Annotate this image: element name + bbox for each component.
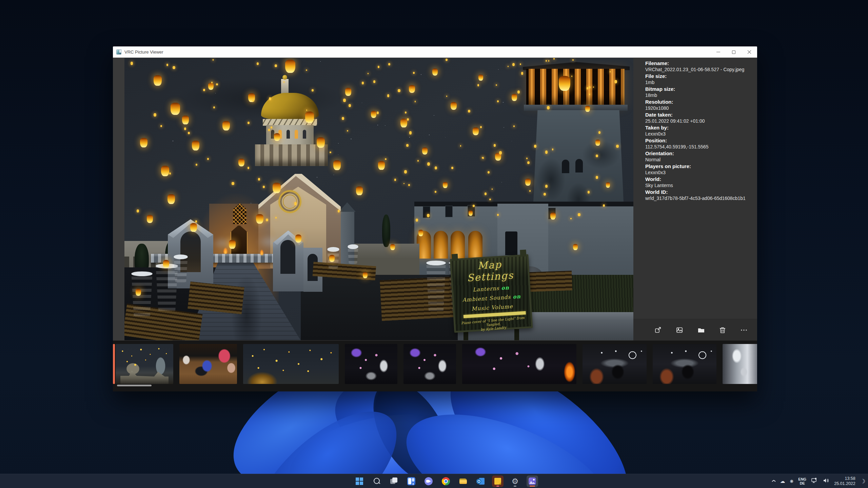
thumbnail[interactable] [462,344,576,384]
sky-lantern [469,210,473,216]
thumbnail[interactable] [345,344,397,384]
sky-lantern-small [403,183,405,184]
sky-lantern-small [427,214,430,217]
thumbnail[interactable] [116,344,173,384]
sky-lantern-small [409,131,412,134]
selected-thumbnail-indicator [113,344,115,384]
sky-lantern [229,240,236,249]
sky-lantern [378,161,385,170]
field-label: Position: [645,137,753,144]
sky-lantern-small [513,125,515,127]
sky-lantern [190,223,197,232]
thumbnail[interactable] [243,344,339,384]
thumbnail[interactable] [723,344,757,384]
taskbar-file-explorer[interactable] [457,475,469,487]
sky-lantern [285,60,295,73]
network-icon[interactable] [811,477,818,485]
window-title: VRC Picture Viewer [124,49,163,55]
volume-icon[interactable] [823,477,829,485]
sky-lantern-small [570,218,571,219]
taskbar-chrome[interactable] [440,475,452,487]
sky-lantern-small [263,186,264,188]
sky-lantern-small [248,167,250,169]
sky-lantern-small [169,172,171,175]
sky-lantern-small [494,144,496,146]
onedrive-cloud-icon[interactable]: ☁ [780,478,785,484]
sky-lantern-small [269,97,271,100]
metadata-panel: Filename: VRChat_2022.01.23_01-06-58.527… [633,58,757,341]
sky-lantern-small [343,99,346,102]
sky-lantern [305,111,314,123]
sparkle-icon[interactable]: ❋ [790,479,793,484]
taskbar-outlook[interactable] [475,475,486,487]
sky-lantern-small [496,84,497,86]
taskbar-search[interactable] [371,475,382,487]
sky-lantern-small [154,113,156,117]
metadata-field: Taken by: Lexxn0x3 [645,124,753,137]
focus-assist-moon-icon[interactable]: ☽ [860,478,865,485]
open-folder-button[interactable] [696,325,706,335]
taskbar-photos-active[interactable] [527,475,538,487]
sky-lantern-small [553,58,555,60]
filmstrip-scrollbar[interactable] [117,385,152,386]
sky-lantern-small [529,190,531,192]
sky-lantern-small [388,63,390,65]
titlebar[interactable]: VRC Picture Viewer [113,46,757,58]
sky-lantern [371,111,376,118]
sky-lantern-small [275,217,277,219]
minimize-button[interactable] [710,46,726,58]
sky-lantern [256,214,263,224]
sky-lantern [606,182,610,188]
photo-main-image[interactable]: Map Settings Lanterns on Ambient Sounds … [124,58,633,340]
clock[interactable]: 13:58 25.01.2022 [834,476,855,486]
sky-lantern-small [603,204,605,207]
viewer-content: Map Settings Lanterns on Ambient Sounds … [113,58,757,341]
thumbnail[interactable] [653,344,716,384]
lantern-layer [124,58,633,340]
language-switcher[interactable]: ENG DE [798,477,806,485]
taskbar-task-view[interactable] [388,475,400,487]
taskbar-chat[interactable] [423,475,434,487]
sky-lantern-small [417,160,419,162]
close-button[interactable] [742,46,757,58]
thumbnail[interactable] [583,344,647,384]
sky-lantern-small [266,219,268,221]
set-image-button[interactable] [674,325,685,335]
start-button[interactable] [354,475,365,487]
windows-logo-icon [356,477,363,485]
sky-lantern-small [545,150,548,154]
sky-lantern-small [216,83,218,85]
sky-lantern-small [203,89,205,91]
sky-lantern-small [338,210,340,212]
sky-lantern-small [477,84,479,86]
thumbnail[interactable] [403,344,456,384]
taskbar-sticky-notes[interactable] [492,475,504,487]
filmstrip [113,341,757,391]
field-value: 112.5754,40.59199,-151.5565 [645,144,753,150]
sky-lantern-small [589,86,591,88]
field-label: File size: [645,73,753,79]
field-value: VRChat_2022.01.23_01-06-58.527 - Copy.jp… [645,66,753,73]
sky-lantern-small [211,82,213,83]
field-value: Normal [645,157,753,163]
sky-lantern [525,179,531,186]
sky-lantern-small [387,94,390,97]
sky-lantern-small [616,145,619,148]
delete-button[interactable] [717,325,728,335]
sky-lantern [140,138,147,148]
sky-lantern-small [610,71,611,72]
taskbar-widgets[interactable] [406,475,417,487]
photos-icon [529,477,536,485]
field-value: wrld_317d7b78-5bf7-4c53-ad06-65d1608cb1b… [645,195,753,202]
thumbnail[interactable] [179,344,237,384]
sky-lantern [317,137,325,148]
desktop: VRC Picture Viewer [0,0,868,488]
share-button[interactable] [653,325,663,335]
taskbar-settings[interactable]: ⚙ [509,475,521,487]
tray-chevron-up-icon[interactable] [772,480,775,483]
sky-lantern-small [497,214,499,216]
maximize-button[interactable] [726,46,742,58]
sky-lantern [163,260,169,268]
sky-lantern-small [546,60,547,62]
more-button[interactable] [739,325,749,335]
